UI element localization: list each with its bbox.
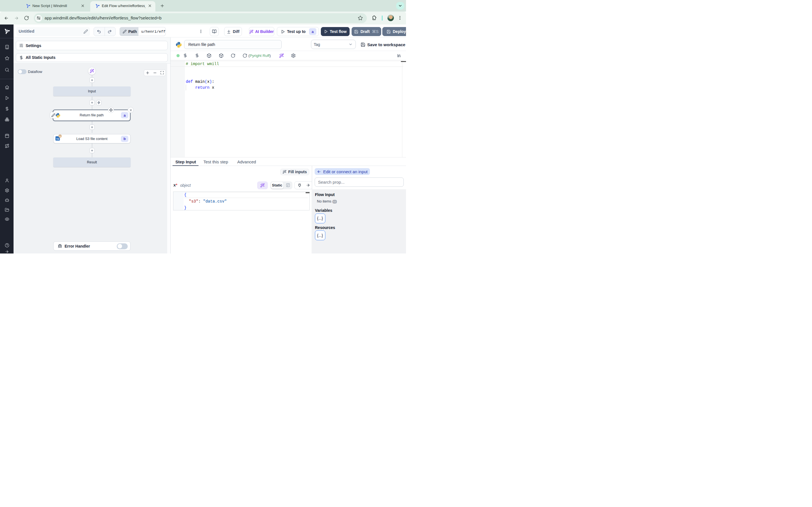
svg-text:TS: TS [56, 138, 59, 140]
